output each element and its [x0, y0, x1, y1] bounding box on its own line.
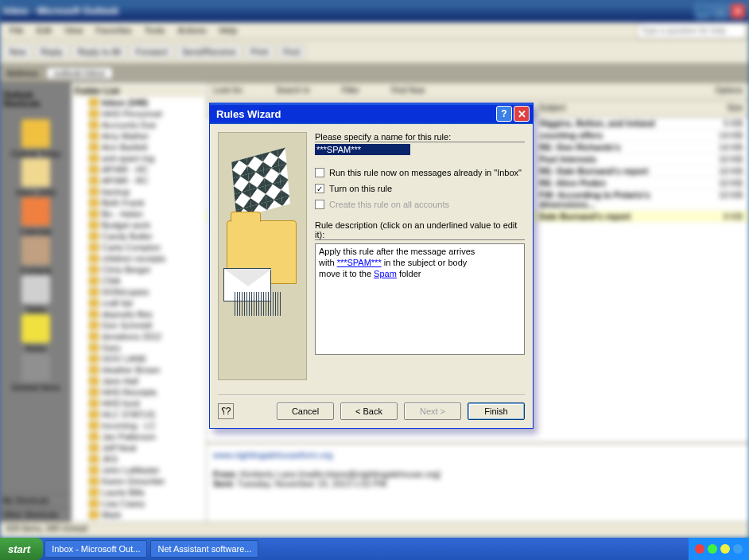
folder-tree-item[interactable]: John LaMaster [73, 465, 204, 476]
window-close-button[interactable]: ✕ [730, 3, 746, 19]
preview-from-label: From: [213, 469, 238, 479]
folder-tree-item[interactable]: Candy Butler [73, 231, 204, 242]
col-subject[interactable]: Subject [539, 103, 565, 114]
folder-tree-item[interactable]: JKS [73, 453, 204, 465]
folder-tree-item[interactable]: Jeff Neal [73, 442, 204, 453]
other-shortcuts-panel[interactable]: Other Shortcuts [0, 508, 72, 522]
menu-view[interactable]: View [58, 22, 90, 39]
reply-button[interactable]: Reply [35, 45, 68, 59]
rule-name-input[interactable] [315, 144, 410, 155]
cancel-button[interactable]: Cancel [277, 402, 334, 420]
turn-on-checkbox[interactable]: ✓ [315, 184, 324, 193]
folder-tree-item[interactable]: Laurie Bills [73, 487, 204, 498]
menu-file[interactable]: File [3, 22, 30, 39]
folder-tree-item[interactable]: HHS Personnel [73, 108, 204, 119]
folder-tree-item[interactable]: backup [73, 186, 204, 197]
folder-inbox[interactable]: Inbox (349) [73, 97, 204, 108]
run-now-label: Run this rule now on messages already in… [329, 168, 522, 177]
tray-icon[interactable] [733, 544, 743, 554]
folder-tree-item[interactable]: Carla Compton [73, 242, 204, 253]
taskbar-item-2[interactable]: Net Assistant software... [150, 540, 258, 558]
maximize-button[interactable]: □ [712, 3, 728, 19]
folder-tree-item[interactable]: Lisa Casey [73, 498, 204, 509]
folder-tree-item[interactable]: Matt Chapman [73, 520, 204, 522]
folder-tree-item[interactable]: craft fair [73, 298, 204, 309]
col-size[interactable]: Size [728, 103, 743, 114]
folder-tree-item[interactable]: deposits files [73, 309, 204, 320]
help-search-input[interactable] [637, 22, 746, 39]
folder-tree-item[interactable]: anti-spam log [73, 153, 204, 164]
folder-tree-item[interactable]: Mark [73, 509, 204, 520]
outlook-bar-item[interactable]: Deleted Items [10, 353, 61, 392]
folder-tree-item[interactable]: Chris Berger [73, 264, 204, 275]
folder-tree-item[interactable]: Ann Bartlett [73, 142, 204, 153]
send-receive-button[interactable]: Send/Receive [177, 45, 243, 59]
back-button[interactable]: < Back [340, 402, 398, 420]
new-button[interactable]: New [3, 45, 32, 59]
folder-tree-item[interactable]: children receipts [73, 253, 204, 264]
folder-tree-item[interactable]: Jane Hall [73, 375, 204, 387]
folder-tree-item[interactable]: HHS Receipts [73, 387, 204, 398]
folder-tree-item[interactable]: HLC STATUS [73, 409, 204, 420]
menu-tools[interactable]: Tools [138, 22, 172, 39]
preview-sent: Tuesday, November 19, 2013 1:52 PM [237, 479, 386, 488]
folder-tree-item[interactable]: Gary [73, 342, 204, 353]
folder-tree-item[interactable]: Bo - Helen [73, 208, 204, 220]
preview-url[interactable]: www.nightingalehouseform.org [213, 450, 743, 460]
menu-edit[interactable]: Edit [30, 22, 58, 39]
my-shortcuts-panel[interactable]: My Shortcuts [0, 493, 72, 508]
menubar: File Edit View Favorites Tools Actions H… [0, 22, 749, 40]
taskbar-item-outlook[interactable]: Inbox - Microsoft Out... [45, 540, 147, 558]
rule-description-label: Rule description (click on an underlined… [315, 220, 525, 240]
run-now-checkbox[interactable] [315, 168, 324, 177]
spam-folder-link[interactable]: Spam [374, 269, 397, 278]
minimize-button[interactable]: _ [695, 3, 711, 19]
menu-favorites[interactable]: Favorites [89, 22, 138, 39]
finish-button[interactable]: Finish [468, 402, 525, 420]
outlook-bar-item[interactable]: Outlook Today [10, 119, 61, 158]
folder-tree-item[interactable]: Beth Frank [73, 197, 204, 208]
system-tray[interactable] [689, 538, 749, 560]
spam-value-link[interactable]: ***SPAM*** [337, 258, 382, 267]
folder-tree-item[interactable]: Don Schmidt [73, 320, 204, 331]
outlook-bar-header: Outlook Shortcuts [2, 89, 70, 110]
start-button[interactable]: start [0, 538, 43, 560]
folder-tree-item[interactable]: incoming - LC [73, 420, 204, 431]
outlook-bar-item[interactable]: Notes [10, 314, 61, 353]
run-now-checkbox-row[interactable]: Run this rule now on messages already in… [315, 168, 525, 177]
context-help-button[interactable]: ? [496, 106, 512, 122]
folder-tree-item[interactable]: Budget work [73, 220, 204, 231]
menu-actions[interactable]: Actions [171, 22, 212, 39]
col-findnow[interactable]: Find Now [391, 86, 425, 96]
reply-all-button[interactable]: Reply to All [72, 45, 126, 59]
outlook-bar-item[interactable]: Calendar [10, 197, 61, 236]
outlook-bar-item[interactable]: Tasks [10, 275, 61, 314]
turn-on-checkbox-row[interactable]: ✓ Turn on this rule [315, 184, 525, 193]
address-box[interactable]: outlook:Inbox [46, 67, 112, 80]
tray-icon[interactable] [720, 544, 730, 554]
find-button[interactable]: Find [277, 45, 305, 59]
help-icon: ⸮? [221, 406, 231, 417]
folder-tree-item[interactable]: GOV LANE [73, 353, 204, 364]
folder-tree-item[interactable]: AP/AR - RC [73, 175, 204, 186]
print-button[interactable]: Print [245, 45, 274, 59]
folder-tree-item[interactable]: Amy Mather [73, 130, 204, 142]
folder-tree-item[interactable]: Karen Dreschler [73, 476, 204, 487]
forward-button[interactable]: Forward [130, 45, 173, 59]
folder-tree-item[interactable]: Jan Patterson [73, 431, 204, 442]
help-icon-button[interactable]: ⸮? [218, 403, 234, 419]
folder-tree-item[interactable]: Accounts Due [73, 119, 204, 130]
tray-icon[interactable] [695, 544, 704, 554]
outlook-bar-item[interactable]: Contacts [10, 236, 61, 275]
outlook-bar-item[interactable]: Inbox (349) [10, 158, 61, 197]
tray-icon[interactable] [708, 544, 717, 554]
folder-tree-item[interactable]: DON/copies [73, 286, 204, 298]
col-options[interactable]: Options [716, 86, 743, 96]
folder-tree-item[interactable]: Heather Brown [73, 364, 204, 375]
folder-tree-item[interactable]: donations 2012 [73, 331, 204, 342]
folder-tree-item[interactable]: CNA [73, 275, 204, 286]
menu-help[interactable]: Help [212, 22, 243, 39]
dialog-close-button[interactable]: ✕ [514, 106, 530, 122]
folder-tree-item[interactable]: HHS fund [73, 398, 204, 409]
folder-tree-item[interactable]: AP/AR - HC [73, 164, 204, 175]
